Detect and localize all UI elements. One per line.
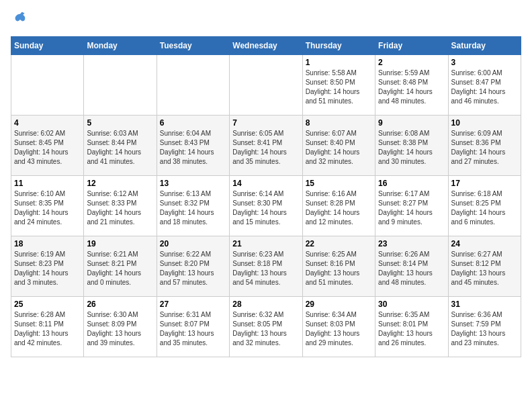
calendar-cell: 7Sunrise: 6:05 AM Sunset: 8:41 PM Daylig… <box>230 116 302 176</box>
day-info: Sunrise: 6:26 AM Sunset: 8:14 PM Dayligh… <box>378 250 445 287</box>
day-info: Sunrise: 6:23 AM Sunset: 8:18 PM Dayligh… <box>232 250 299 287</box>
weekday-header-wednesday: Wednesday <box>230 37 302 55</box>
day-info: Sunrise: 6:05 AM Sunset: 8:41 PM Dayligh… <box>232 129 299 167</box>
weekday-header-saturday: Saturday <box>448 37 521 55</box>
calendar-cell <box>11 55 84 116</box>
day-number: 28 <box>232 300 299 309</box>
day-number: 7 <box>232 118 299 128</box>
day-info: Sunrise: 6:16 AM Sunset: 8:28 PM Dayligh… <box>306 189 372 227</box>
day-number: 8 <box>306 118 372 128</box>
day-number: 13 <box>160 179 226 188</box>
calendar-cell: 11Sunrise: 6:10 AM Sunset: 8:35 PM Dayli… <box>11 176 84 236</box>
calendar-cell: 5Sunrise: 6:03 AM Sunset: 8:44 PM Daylig… <box>84 116 157 176</box>
calendar-week-3: 11Sunrise: 6:10 AM Sunset: 8:35 PM Dayli… <box>11 176 521 236</box>
calendar-cell: 31Sunrise: 6:36 AM Sunset: 7:59 PM Dayli… <box>448 297 521 357</box>
day-info: Sunrise: 6:21 AM Sunset: 8:21 PM Dayligh… <box>87 250 153 287</box>
calendar-cell: 29Sunrise: 6:34 AM Sunset: 8:03 PM Dayli… <box>302 297 375 357</box>
calendar-cell: 8Sunrise: 6:07 AM Sunset: 8:40 PM Daylig… <box>302 116 375 176</box>
calendar-cell: 24Sunrise: 6:27 AM Sunset: 8:12 PM Dayli… <box>448 236 521 297</box>
day-info: Sunrise: 6:03 AM Sunset: 8:44 PM Dayligh… <box>87 129 153 167</box>
day-number: 21 <box>232 239 299 248</box>
day-number: 1 <box>306 58 372 67</box>
calendar-cell: 15Sunrise: 6:16 AM Sunset: 8:28 PM Dayli… <box>302 176 375 236</box>
day-info: Sunrise: 6:10 AM Sunset: 8:35 PM Dayligh… <box>14 189 81 227</box>
page-header <box>11 11 521 30</box>
logo <box>11 11 32 30</box>
day-number: 22 <box>306 239 372 248</box>
day-info: Sunrise: 6:13 AM Sunset: 8:32 PM Dayligh… <box>160 189 226 227</box>
calendar-week-1: 1Sunrise: 5:58 AM Sunset: 8:50 PM Daylig… <box>11 55 521 116</box>
day-number: 3 <box>451 58 518 67</box>
calendar-cell: 19Sunrise: 6:21 AM Sunset: 8:21 PM Dayli… <box>84 236 157 297</box>
calendar-cell: 2Sunrise: 5:59 AM Sunset: 8:48 PM Daylig… <box>375 55 448 116</box>
day-number: 2 <box>378 58 445 67</box>
day-info: Sunrise: 6:02 AM Sunset: 8:45 PM Dayligh… <box>14 129 81 167</box>
calendar-cell: 28Sunrise: 6:32 AM Sunset: 8:05 PM Dayli… <box>230 297 302 357</box>
day-number: 30 <box>378 300 445 309</box>
day-info: Sunrise: 6:28 AM Sunset: 8:11 PM Dayligh… <box>14 310 81 348</box>
calendar-cell: 6Sunrise: 6:04 AM Sunset: 8:43 PM Daylig… <box>157 116 229 176</box>
calendar-cell: 13Sunrise: 6:13 AM Sunset: 8:32 PM Dayli… <box>157 176 229 236</box>
day-info: Sunrise: 6:19 AM Sunset: 8:23 PM Dayligh… <box>14 250 81 287</box>
calendar-cell: 20Sunrise: 6:22 AM Sunset: 8:20 PM Dayli… <box>157 236 229 297</box>
day-info: Sunrise: 6:17 AM Sunset: 8:27 PM Dayligh… <box>378 189 445 227</box>
weekday-header-sunday: Sunday <box>11 37 84 55</box>
calendar-cell: 14Sunrise: 6:14 AM Sunset: 8:30 PM Dayli… <box>230 176 302 236</box>
day-info: Sunrise: 5:59 AM Sunset: 8:48 PM Dayligh… <box>378 68 445 106</box>
day-number: 15 <box>306 179 372 188</box>
calendar-cell: 12Sunrise: 6:12 AM Sunset: 8:33 PM Dayli… <box>84 176 157 236</box>
day-number: 10 <box>451 118 518 128</box>
calendar-cell: 27Sunrise: 6:31 AM Sunset: 8:07 PM Dayli… <box>157 297 229 357</box>
day-number: 16 <box>378 179 445 188</box>
calendar-cell <box>230 55 302 116</box>
day-info: Sunrise: 6:09 AM Sunset: 8:36 PM Dayligh… <box>451 129 518 167</box>
day-number: 31 <box>451 300 518 309</box>
calendar-cell: 26Sunrise: 6:30 AM Sunset: 8:09 PM Dayli… <box>84 297 157 357</box>
day-number: 6 <box>160 118 226 128</box>
day-info: Sunrise: 6:08 AM Sunset: 8:38 PM Dayligh… <box>378 129 445 167</box>
logo-icon <box>11 11 30 30</box>
day-number: 9 <box>378 118 445 128</box>
day-number: 17 <box>451 179 518 188</box>
weekday-header-tuesday: Tuesday <box>157 37 229 55</box>
calendar-cell: 1Sunrise: 5:58 AM Sunset: 8:50 PM Daylig… <box>302 55 375 116</box>
day-info: Sunrise: 6:32 AM Sunset: 8:05 PM Dayligh… <box>232 310 299 348</box>
calendar-cell: 16Sunrise: 6:17 AM Sunset: 8:27 PM Dayli… <box>375 176 448 236</box>
day-info: Sunrise: 6:36 AM Sunset: 7:59 PM Dayligh… <box>451 310 518 348</box>
calendar-cell: 21Sunrise: 6:23 AM Sunset: 8:18 PM Dayli… <box>230 236 302 297</box>
calendar-cell: 30Sunrise: 6:35 AM Sunset: 8:01 PM Dayli… <box>375 297 448 357</box>
calendar-cell <box>84 55 157 116</box>
calendar-cell: 17Sunrise: 6:18 AM Sunset: 8:25 PM Dayli… <box>448 176 521 236</box>
day-number: 23 <box>378 239 445 248</box>
day-number: 24 <box>451 239 518 248</box>
calendar-cell: 25Sunrise: 6:28 AM Sunset: 8:11 PM Dayli… <box>11 297 84 357</box>
day-info: Sunrise: 6:04 AM Sunset: 8:43 PM Dayligh… <box>160 129 226 167</box>
day-number: 19 <box>87 239 153 248</box>
calendar-week-5: 25Sunrise: 6:28 AM Sunset: 8:11 PM Dayli… <box>11 297 521 357</box>
day-info: Sunrise: 6:22 AM Sunset: 8:20 PM Dayligh… <box>160 250 226 287</box>
day-number: 25 <box>14 300 81 309</box>
calendar-cell: 4Sunrise: 6:02 AM Sunset: 8:45 PM Daylig… <box>11 116 84 176</box>
calendar-cell: 3Sunrise: 6:00 AM Sunset: 8:47 PM Daylig… <box>448 55 521 116</box>
day-info: Sunrise: 6:34 AM Sunset: 8:03 PM Dayligh… <box>306 310 372 348</box>
calendar-cell: 23Sunrise: 6:26 AM Sunset: 8:14 PM Dayli… <box>375 236 448 297</box>
day-info: Sunrise: 6:12 AM Sunset: 8:33 PM Dayligh… <box>87 189 153 227</box>
calendar-cell: 18Sunrise: 6:19 AM Sunset: 8:23 PM Dayli… <box>11 236 84 297</box>
calendar-cell: 22Sunrise: 6:25 AM Sunset: 8:16 PM Dayli… <box>302 236 375 297</box>
calendar-cell: 10Sunrise: 6:09 AM Sunset: 8:36 PM Dayli… <box>448 116 521 176</box>
weekday-header-row: SundayMondayTuesdayWednesdayThursdayFrid… <box>11 37 521 55</box>
calendar-cell <box>157 55 229 116</box>
day-info: Sunrise: 6:14 AM Sunset: 8:30 PM Dayligh… <box>232 189 299 227</box>
calendar-week-2: 4Sunrise: 6:02 AM Sunset: 8:45 PM Daylig… <box>11 116 521 176</box>
day-info: Sunrise: 6:30 AM Sunset: 8:09 PM Dayligh… <box>87 310 153 348</box>
day-number: 20 <box>160 239 226 248</box>
day-info: Sunrise: 6:07 AM Sunset: 8:40 PM Dayligh… <box>306 129 372 167</box>
day-number: 4 <box>14 118 81 128</box>
day-number: 12 <box>87 179 153 188</box>
day-number: 27 <box>160 300 226 309</box>
weekday-header-friday: Friday <box>375 37 448 55</box>
day-info: Sunrise: 6:18 AM Sunset: 8:25 PM Dayligh… <box>451 189 518 227</box>
calendar-cell: 9Sunrise: 6:08 AM Sunset: 8:38 PM Daylig… <box>375 116 448 176</box>
day-number: 26 <box>87 300 153 309</box>
calendar-week-4: 18Sunrise: 6:19 AM Sunset: 8:23 PM Dayli… <box>11 236 521 297</box>
